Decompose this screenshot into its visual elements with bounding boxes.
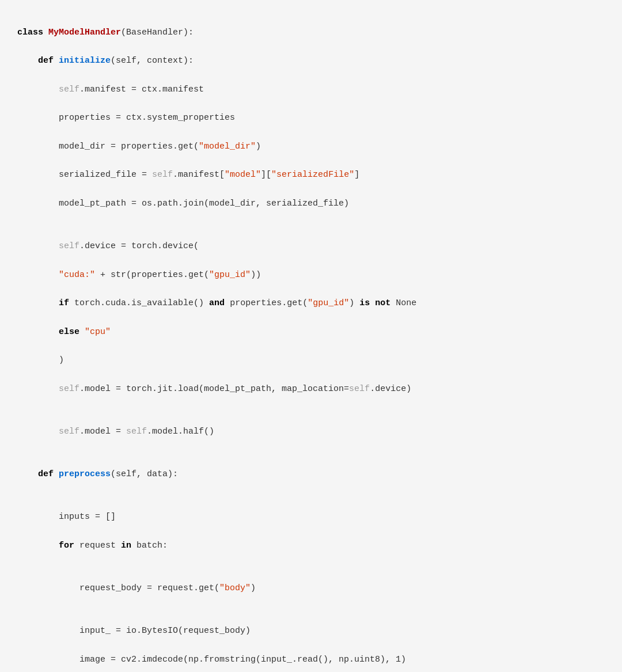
line-4: properties = ctx.system_properties [17, 111, 605, 126]
code-container: class MyModelHandler(BaseHandler): def i… [0, 0, 622, 672]
line-3: self.manifest = ctx.manifest [17, 83, 605, 97]
line-18: def preprocess(self, data): [17, 468, 605, 482]
line-23: request_body = request.get("body") [17, 582, 605, 596]
line-21: for request in batch: [17, 539, 605, 553]
line-10: "cuda:" + str(properties.get("gpu_id")) [17, 268, 605, 283]
line-13: ) [17, 354, 605, 368]
line-7: model_pt_path = os.path.join(model_dir, … [17, 197, 605, 211]
line-6: serialized_file = self.manifest["model"]… [17, 168, 605, 183]
line-16: self.model = self.model.half() [17, 425, 605, 439]
line-12: else "cpu" [17, 325, 605, 340]
line-1: class MyModelHandler(BaseHandler): [17, 26, 605, 40]
line-20: inputs = [] [17, 510, 605, 525]
line-14: self.model = torch.jit.load(model_pt_pat… [17, 382, 605, 397]
line-26: image = cv2.imdecode(np.fromstring(input… [17, 653, 605, 667]
line-11: if torch.cuda.is_available() and propert… [17, 297, 605, 311]
line-25: input_ = io.BytesIO(request_body) [17, 624, 605, 639]
code-block: class MyModelHandler(BaseHandler): def i… [17, 12, 605, 672]
line-2: def initialize(self, context): [17, 54, 605, 69]
line-5: model_dir = properties.get("model_dir") [17, 140, 605, 154]
line-9: self.device = torch.device( [17, 240, 605, 254]
